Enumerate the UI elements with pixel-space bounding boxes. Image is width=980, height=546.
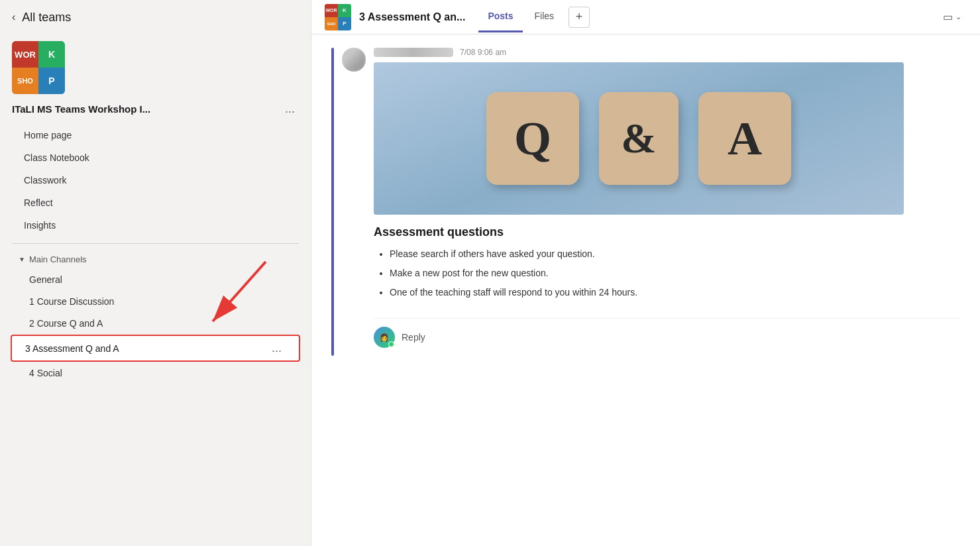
channel-item-assessment-qa[interactable]: 3 Assessment Q and A ... (11, 335, 300, 362)
bullet-list: Please search if others have asked your … (374, 247, 960, 305)
triangle-icon: ▼ (19, 256, 25, 263)
avatar (342, 48, 366, 72)
team-name-row: ITaLI MS Teams Workshop I... ... (0, 101, 311, 124)
message-meta: 7/08 9:06 am Q & A Assessment questions … (374, 48, 960, 356)
nav-item-home[interactable]: Home page (5, 125, 305, 146)
qa-block-a: A (698, 92, 791, 185)
channels-section-label: Main Channels (29, 254, 87, 264)
online-status-dot (388, 341, 394, 347)
bullet-item-3: One of the teaching staff will respond t… (390, 286, 960, 300)
all-teams-nav[interactable]: ‹ All teams (0, 0, 311, 34)
tab-files[interactable]: Files (525, 1, 564, 32)
video-dropdown-icon: ⌄ (955, 13, 961, 21)
channel-header-title: 3 Assessment Q an... (359, 11, 465, 23)
reply-avatar: 👩 (374, 327, 395, 348)
qa-block-q: Q (486, 92, 579, 185)
channel-icon: WOR K SHO P (325, 4, 351, 30)
channel-item-label: 3 Assessment Q and A (25, 343, 119, 354)
tab-posts[interactable]: Posts (478, 1, 522, 32)
nav-item-insights[interactable]: Insights (5, 215, 305, 236)
tab-add-button[interactable]: + (569, 7, 590, 28)
message-accent-bar (331, 48, 334, 356)
avatar-image (342, 48, 366, 72)
nav-item-reflect[interactable]: Reflect (5, 192, 305, 213)
bullet-item-1: Please search if others have asked your … (390, 247, 960, 261)
selected-channel-container: 3 Assessment Q and A ... (5, 335, 305, 362)
all-teams-label: All teams (22, 11, 71, 25)
channel-item-social[interactable]: 4 Social (11, 362, 300, 384)
posts-area: 7/08 9:06 am Q & A Assessment questions … (311, 34, 980, 546)
channels-header[interactable]: ▼ Main Channels (5, 250, 305, 268)
channel-header: WOR K SHO P 3 Assessment Q an... Posts F… (311, 0, 980, 34)
back-chevron-icon: ‹ (12, 11, 15, 23)
reply-bar: 👩 Reply (374, 318, 960, 356)
sidebar: ‹ All teams WOR K SHO P ITaLI MS Teams W… (0, 0, 311, 546)
team-logo: WOR K SHO P (12, 41, 65, 94)
qa-image: Q & A (374, 62, 904, 215)
bullet-item-2: Make a new post for the new question. (390, 266, 960, 280)
video-icon: ▭ (943, 11, 953, 23)
team-more-button[interactable]: ... (281, 101, 299, 117)
message-timestamp: 7/08 9:06 am (460, 48, 506, 57)
channel-item-course-qa[interactable]: 2 Course Q and A (11, 313, 300, 334)
header-actions: ▭ ⌄ (938, 8, 967, 26)
team-name: ITaLI MS Teams Workshop I... (12, 103, 274, 115)
message-header: 7/08 9:06 am (374, 48, 960, 57)
channels-section: ▼ Main Channels General 1 Course Discuss… (0, 250, 311, 384)
channel-more-button[interactable]: ... (268, 340, 286, 356)
divider (12, 243, 299, 244)
nav-item-classwork[interactable]: Classwork (5, 170, 305, 191)
sender-name-blurred (374, 48, 453, 57)
reply-button[interactable]: Reply (402, 332, 425, 343)
channel-item-course-discussion[interactable]: 1 Course Discussion (11, 291, 300, 312)
post-title: Assessment questions (374, 225, 960, 239)
video-call-button[interactable]: ▭ ⌄ (938, 8, 967, 26)
header-tabs: Posts Files + (478, 1, 938, 32)
channel-item-general[interactable]: General (11, 269, 300, 290)
main-content: WOR K SHO P 3 Assessment Q an... Posts F… (311, 0, 980, 546)
qa-block-amp: & (599, 92, 679, 185)
nav-item-class-notebook[interactable]: Class Notebook (5, 147, 305, 168)
message-item: 7/08 9:06 am Q & A Assessment questions … (331, 48, 960, 356)
